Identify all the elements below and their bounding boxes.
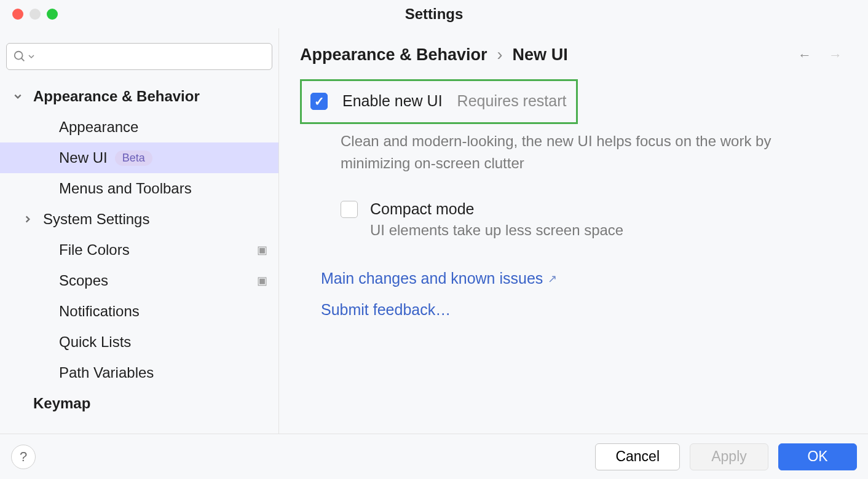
search-box[interactable] [6, 43, 272, 70]
main-changes-link[interactable]: Main changes and known issues ↗ [321, 270, 847, 287]
enable-new-ui-label: Enable new UI [342, 92, 443, 110]
sidebar: Appearance & Behavior Appearance New UI … [0, 28, 279, 434]
search-icon [13, 50, 26, 63]
window-maximize-button[interactable] [47, 9, 58, 20]
sidebar-item-path-variables[interactable]: Path Variables [0, 357, 278, 388]
apply-button[interactable]: Apply [690, 443, 768, 470]
requires-restart-hint: Requires restart [457, 92, 567, 110]
window-title: Settings [405, 6, 464, 23]
window-minimize-button[interactable] [30, 9, 41, 20]
cancel-button[interactable]: Cancel [595, 443, 680, 470]
compact-mode-label: Compact mode [370, 200, 475, 218]
sidebar-item-scopes[interactable]: Scopes ▣ [0, 265, 278, 296]
window-close-button[interactable] [12, 9, 23, 20]
sidebar-item-appearance[interactable]: Appearance [0, 112, 278, 142]
forward-button[interactable]: → [829, 47, 842, 63]
sidebar-item-file-colors[interactable]: File Colors ▣ [0, 235, 278, 265]
beta-badge: Beta [115, 150, 152, 166]
sidebar-item-system-settings[interactable]: System Settings [0, 204, 278, 235]
help-button[interactable]: ? [11, 445, 36, 469]
project-level-icon: ▣ [257, 274, 267, 287]
breadcrumb-current: New UI [513, 45, 568, 64]
project-level-icon: ▣ [257, 243, 267, 257]
svg-line-1 [22, 58, 25, 61]
sidebar-section-keymap[interactable]: Keymap [0, 388, 278, 419]
enable-new-ui-description: Clean and modern-looking, the new UI hel… [300, 124, 779, 174]
compact-mode-description: UI elements take up less screen space [300, 218, 847, 239]
sidebar-item-menus-toolbars[interactable]: Menus and Toolbars [0, 173, 278, 204]
breadcrumb-parent: Appearance & Behavior [300, 45, 487, 64]
settings-tree: Appearance & Behavior Appearance New UI … [0, 76, 278, 419]
sidebar-item-new-ui[interactable]: New UI Beta [0, 142, 278, 173]
breadcrumb: Appearance & Behavior › New UI [300, 45, 568, 64]
chevron-right-icon [21, 215, 34, 224]
sidebar-section-label: Keymap [33, 395, 90, 412]
compact-mode-checkbox[interactable] [341, 201, 358, 218]
titlebar: Settings [0, 0, 868, 28]
ok-button[interactable]: OK [778, 443, 857, 470]
search-input[interactable] [36, 50, 266, 64]
chevron-down-icon [28, 53, 35, 60]
enable-new-ui-checkbox[interactable] [310, 93, 328, 110]
svg-point-0 [15, 52, 23, 60]
sidebar-item-notifications[interactable]: Notifications [0, 296, 278, 327]
back-button[interactable]: ← [798, 47, 811, 63]
chevron-down-icon [11, 92, 25, 101]
external-link-icon: ↗ [548, 272, 557, 286]
enable-new-ui-highlight: Enable new UI Requires restart [300, 79, 578, 124]
submit-feedback-link[interactable]: Submit feedback… [321, 301, 847, 319]
sidebar-item-quick-lists[interactable]: Quick Lists [0, 327, 278, 357]
sidebar-section-appearance-behavior[interactable]: Appearance & Behavior [0, 81, 278, 112]
sidebar-section-label: Appearance & Behavior [33, 88, 200, 105]
chevron-right-icon: › [497, 45, 503, 64]
